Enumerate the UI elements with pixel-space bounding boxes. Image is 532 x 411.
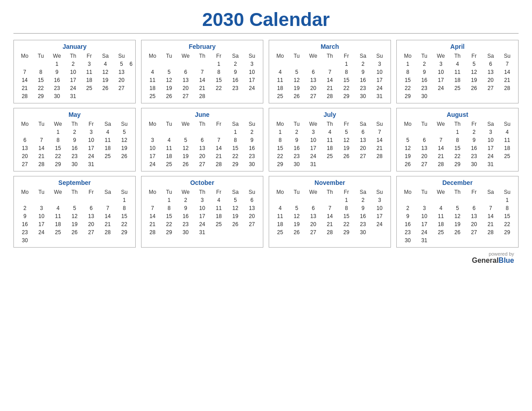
page-title: 2030 Calendar (13, 9, 519, 30)
day-header-tu: Tu (416, 120, 433, 128)
day-cell (482, 92, 499, 100)
day-cell (99, 236, 116, 244)
day-cell: 19 (288, 220, 305, 228)
day-cell: 11 (50, 212, 66, 220)
week-row: 1234 (399, 128, 515, 136)
week-row: 45678910 (144, 68, 260, 76)
day-cell: 7 (17, 68, 33, 76)
day-cell: 21 (322, 84, 338, 92)
day-header-th: Th (194, 52, 210, 60)
week-row: 24252627282930 (144, 160, 260, 168)
day-cell (244, 228, 260, 236)
day-cell: 10 (371, 204, 388, 212)
month-table-april: MoTuWeThFrSaSu12345678910111213141516171… (399, 52, 515, 100)
day-header-mo: Mo (399, 188, 416, 196)
day-cell: 27 (305, 228, 322, 236)
day-cell: 18 (433, 220, 449, 228)
day-cell (499, 92, 515, 100)
day-cell: 30 (244, 160, 260, 168)
day-cell (371, 160, 388, 168)
day-cell: 15 (272, 144, 288, 152)
day-cell: 3 (244, 60, 260, 68)
day-header-th: Th (322, 120, 338, 128)
day-cell: 10 (194, 204, 210, 212)
day-cell: 20 (355, 144, 371, 152)
powered-by-text: powered by (13, 251, 514, 257)
day-cell: 29 (272, 160, 288, 168)
month-block-june: JuneMoTuWeThFrSaSu1234567891011121314151… (141, 108, 263, 171)
day-cell: 28 (499, 84, 515, 92)
day-cell: 28 (371, 152, 388, 160)
day-header-sa: Sa (227, 52, 244, 60)
month-block-september: SeptemberMoTuWeThFrSaSu12345678910111213… (13, 176, 136, 248)
day-cell: 29 (227, 160, 244, 168)
day-header-we: We (305, 52, 322, 60)
day-cell: 21 (194, 84, 210, 92)
day-cell: 1 (227, 128, 244, 136)
day-cell: 18 (50, 220, 66, 228)
day-cell: 8 (116, 204, 133, 212)
day-cell: 26 (338, 152, 355, 160)
day-cell: 6 (466, 204, 482, 212)
day-cell: 14 (371, 136, 388, 144)
day-cell: 24 (244, 84, 260, 92)
day-header-tu: Tu (288, 188, 305, 196)
day-cell: 23 (66, 152, 83, 160)
day-cell (161, 128, 177, 136)
day-cell: 13 (194, 144, 210, 152)
week-row: 293031 (272, 160, 388, 168)
day-cell: 28 (194, 92, 210, 100)
day-cell (371, 228, 388, 236)
day-cell (272, 60, 288, 68)
day-cell: 30 (416, 92, 433, 100)
day-cell: 24 (305, 152, 322, 160)
day-cell: 25 (272, 228, 288, 236)
day-cell: 13 (305, 76, 322, 84)
day-cell: 3 (33, 204, 50, 212)
day-cell: 4 (433, 204, 449, 212)
day-cell: 20 (177, 84, 194, 92)
day-cell: 10 (244, 68, 260, 76)
day-cell (116, 160, 133, 168)
day-cell: 29 (33, 92, 49, 100)
day-cell (322, 160, 338, 168)
day-header-th: Th (65, 52, 81, 60)
day-cell: 10 (433, 68, 449, 76)
day-cell: 10 (83, 136, 99, 144)
day-cell (33, 236, 50, 244)
day-header-mo: Mo (144, 52, 161, 60)
day-cell: 3 (371, 60, 388, 68)
day-cell (17, 60, 33, 68)
day-header-fr: Fr (338, 120, 355, 128)
day-cell: 23 (355, 220, 371, 228)
day-cell: 30 (466, 160, 482, 168)
day-header-th: Th (449, 188, 466, 196)
day-cell: 27 (113, 84, 129, 92)
month-title-march: March (272, 43, 388, 50)
day-cell: 21 (322, 220, 338, 228)
day-cell: 20 (194, 152, 210, 160)
day-cell: 23 (227, 84, 244, 92)
day-header-mo: Mo (17, 188, 33, 196)
day-header-su: Su (244, 188, 260, 196)
day-cell: 20 (83, 220, 99, 228)
day-header-fr: Fr (83, 120, 99, 128)
day-cell: 24 (194, 220, 210, 228)
day-cell: 17 (244, 76, 260, 84)
day-cell (144, 60, 161, 68)
day-cell: 31 (371, 92, 388, 100)
day-cell: 18 (499, 144, 515, 152)
day-cell: 20 (244, 212, 260, 220)
day-cell: 4 (449, 60, 466, 68)
day-header-fr: Fr (338, 52, 355, 60)
week-row: 123 (272, 196, 388, 204)
day-header-we: We (49, 52, 65, 60)
day-header-mo: Mo (17, 120, 33, 128)
day-cell: 9 (49, 68, 65, 76)
week-row: 18192021222324 (144, 84, 260, 92)
day-cell: 21 (17, 84, 33, 92)
day-header-tu: Tu (288, 52, 305, 60)
day-cell (210, 92, 227, 100)
day-cell: 2 (399, 204, 416, 212)
day-cell: 18 (99, 144, 116, 152)
